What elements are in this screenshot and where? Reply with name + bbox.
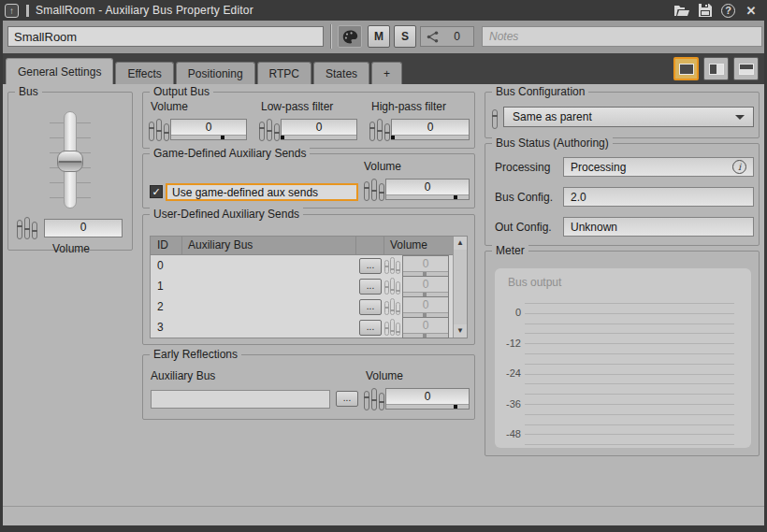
output-bus-group-title: Output Bus xyxy=(150,85,213,98)
meter-tick-0: 0 xyxy=(497,307,521,318)
browse-button[interactable]: ... xyxy=(359,320,382,336)
col-aux-bus[interactable]: Auxiliary Bus xyxy=(182,237,356,254)
row-volume-value[interactable]: 0 xyxy=(402,276,449,297)
title-bar: ↑ SmallRoom - Auxiliary Bus Property Edi… xyxy=(0,0,767,21)
meter-panel: Bus output 0 -12 -24 -36 -48 xyxy=(495,268,751,448)
row-id: 3 xyxy=(151,321,182,334)
table-row[interactable]: 3 ... 0 xyxy=(151,317,467,338)
toolbar: M S 0 xyxy=(3,21,764,53)
rtpc-fader-icon xyxy=(364,179,384,201)
single-pane-icon xyxy=(679,64,694,75)
aux-sends-table: ID Auxiliary Bus Volume 0 ... 0 xyxy=(150,236,468,338)
game-defined-group-title: Game-Defined Auxiliary Sends xyxy=(150,147,310,160)
bus-status-group: Bus Status (Authoring) Processing Proces… xyxy=(485,143,760,246)
row-volume-value[interactable]: 0 xyxy=(402,317,449,338)
open-folder-icon[interactable] xyxy=(674,3,689,18)
table-row[interactable]: 2 ... 0 xyxy=(151,296,467,317)
color-palette-button[interactable] xyxy=(338,25,362,48)
general-settings-page: Bus 0 Volume Output Bus Volume Low-pass … xyxy=(3,84,764,525)
layout-single-button[interactable] xyxy=(673,57,699,80)
er-volume-value[interactable]: 0 xyxy=(385,388,470,410)
references-indicator[interactable]: 0 xyxy=(420,26,474,47)
row-id: 1 xyxy=(151,280,182,293)
bus-group-title: Bus xyxy=(15,85,42,98)
tab-add[interactable]: + xyxy=(371,62,402,84)
er-volume-label: Volume xyxy=(366,369,403,382)
lowpass-label: Low-pass filter xyxy=(261,100,333,113)
rtpc-fader-icon xyxy=(364,388,384,410)
bus-volume-fader[interactable] xyxy=(8,109,132,214)
meter-gridlines xyxy=(525,303,734,447)
tab-rtpc[interactable]: RTPC xyxy=(257,62,311,84)
bus-status-group-title: Bus Status (Authoring) xyxy=(492,137,613,150)
bus-config-selected: Same as parent xyxy=(513,110,592,123)
col-browse[interactable] xyxy=(356,237,384,254)
user-defined-sends-group: User-Defined Auxiliary Sends ID Auxiliar… xyxy=(142,214,475,345)
layout-split-vertical-button[interactable] xyxy=(703,57,729,80)
object-name-input[interactable] xyxy=(7,26,324,47)
notes-input[interactable] xyxy=(482,26,762,47)
help-icon[interactable]: ? xyxy=(721,4,735,18)
output-bus-group: Output Bus Volume Low-pass filter High-p… xyxy=(142,92,475,149)
page-bottom-edge xyxy=(3,506,764,507)
game-volume-label: Volume xyxy=(364,160,401,173)
row-volume-value[interactable]: 0 xyxy=(402,296,449,318)
use-game-defined-label[interactable]: Use game-defined aux sends xyxy=(166,183,358,201)
lowpass-value[interactable]: 0 xyxy=(281,119,357,140)
bus-volume-value[interactable]: 0 xyxy=(44,219,123,237)
vertical-split-icon xyxy=(709,64,724,75)
output-volume-value[interactable]: 0 xyxy=(170,119,247,140)
bus-volume-label: Volume xyxy=(8,242,134,255)
browse-button[interactable]: ... xyxy=(359,299,382,315)
rtpc-fader-icon xyxy=(369,119,390,141)
share-icon xyxy=(427,31,439,43)
titlebar-separator xyxy=(26,5,29,17)
rtpc-fader-icon xyxy=(149,119,169,141)
highpass-value[interactable]: 0 xyxy=(391,119,470,140)
fader-handle[interactable] xyxy=(57,151,83,172)
er-aux-bus-input[interactable] xyxy=(151,390,330,409)
table-row[interactable]: 1 ... 0 xyxy=(151,276,467,296)
mute-button[interactable]: M xyxy=(368,25,390,48)
browse-button[interactable]: ... xyxy=(359,258,382,274)
browse-button[interactable]: ... xyxy=(359,279,382,295)
table-scrollbar[interactable]: ▲ ▼ xyxy=(453,237,467,338)
bus-config-value: 2.0 xyxy=(563,187,754,207)
reference-count: 0 xyxy=(446,30,468,43)
row-id: 2 xyxy=(151,300,182,313)
er-browse-button[interactable]: ... xyxy=(336,391,358,407)
out-config-value: Unknown xyxy=(563,217,754,237)
row-volume-value[interactable]: 0 xyxy=(402,255,449,277)
table-row[interactable]: 0 ... 0 xyxy=(151,255,467,276)
early-reflections-group: Early Reflections Auxiliary Bus Volume .… xyxy=(142,354,475,420)
row-id: 0 xyxy=(151,259,182,272)
dock-window-icon[interactable]: ↑ xyxy=(5,4,19,18)
game-volume-value[interactable]: 0 xyxy=(385,179,470,200)
col-id[interactable]: ID xyxy=(151,237,182,254)
close-icon[interactable]: ✕ xyxy=(744,3,759,18)
layout-split-horizontal-button[interactable] xyxy=(733,57,759,80)
processing-label: Processing xyxy=(495,161,550,174)
bus-configuration-group: Bus Configuration Same as parent xyxy=(485,92,760,138)
horizontal-split-icon xyxy=(739,64,754,75)
scroll-down-icon[interactable]: ▼ xyxy=(454,324,467,338)
bus-config-dropdown[interactable]: Same as parent xyxy=(503,107,754,127)
scroll-up-icon[interactable]: ▲ xyxy=(454,237,467,250)
tab-effects[interactable]: Effects xyxy=(115,62,173,84)
rtpc-fader-icon xyxy=(384,278,400,295)
bus-configuration-group-title: Bus Configuration xyxy=(492,85,588,98)
tab-states[interactable]: States xyxy=(313,62,369,84)
user-defined-group-title: User-Defined Auxiliary Sends xyxy=(150,208,303,221)
out-config-label: Out Config. xyxy=(495,221,552,234)
meter-group-title: Meter xyxy=(492,244,528,257)
use-game-defined-checkbox[interactable]: ✓ xyxy=(150,185,163,198)
col-volume[interactable]: Volume xyxy=(384,237,452,254)
tab-positioning[interactable]: Positioning xyxy=(176,62,255,84)
info-icon[interactable]: i xyxy=(732,160,746,174)
tab-general-settings[interactable]: General Settings xyxy=(6,58,113,84)
toolbar-separator xyxy=(330,24,332,49)
solo-button[interactable]: S xyxy=(394,25,416,48)
rtpc-fader-icon xyxy=(17,217,37,239)
save-icon[interactable] xyxy=(698,3,713,18)
processing-value: Processing i xyxy=(563,157,754,177)
